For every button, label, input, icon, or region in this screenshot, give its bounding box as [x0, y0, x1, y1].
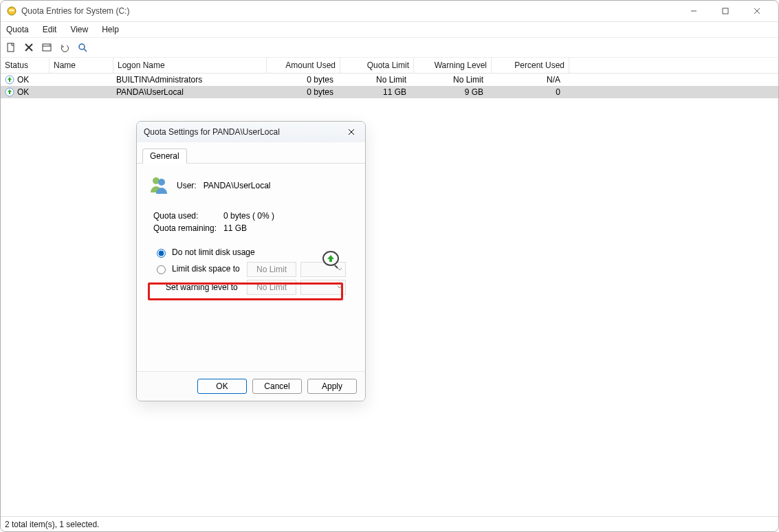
- user-label: User:: [177, 181, 197, 190]
- user-value: PANDA\UserLocal: [204, 181, 271, 190]
- undo-icon[interactable]: [58, 41, 71, 54]
- new-icon[interactable]: [5, 41, 17, 54]
- radio-no-limit-label: Do not limit disk usage: [172, 247, 255, 257]
- svg-point-12: [79, 44, 85, 49]
- cell-limit: No Limit: [338, 74, 410, 86]
- main-window: Quota Entries for System (C:) Quota Edit…: [0, 0, 779, 532]
- menu-help[interactable]: Help: [100, 23, 120, 36]
- dialog-tabs: General: [137, 142, 365, 164]
- minimize-button[interactable]: [678, 1, 710, 21]
- limit-value-combo[interactable]: No Limit: [247, 262, 296, 277]
- col-warn[interactable]: Warning Level: [414, 58, 492, 73]
- cell-logon: BUILTIN\Administrators: [112, 74, 265, 86]
- tab-general[interactable]: General: [142, 148, 187, 164]
- menu-quota[interactable]: Quota: [5, 23, 30, 36]
- app-icon: [6, 5, 17, 16]
- menu-edit[interactable]: Edit: [41, 23, 58, 36]
- cancel-button[interactable]: Cancel: [252, 379, 302, 394]
- svg-line-13: [84, 49, 87, 52]
- table-row[interactable]: OKBUILTIN\Administrators0 bytesNo LimitN…: [1, 74, 778, 86]
- properties-icon[interactable]: [41, 41, 53, 54]
- statusbar: 2 total item(s), 1 selected.: [1, 516, 778, 531]
- svg-point-1: [9, 10, 14, 12]
- quota-settings-dialog: Quota Settings for PANDA\UserLocal Gener…: [136, 121, 366, 401]
- warn-unit-combo[interactable]: [300, 280, 346, 295]
- toolbar: [1, 38, 778, 58]
- status-ok-icon: [5, 75, 14, 85]
- dialog-titlebar[interactable]: Quota Settings for PANDA\UserLocal: [137, 122, 365, 142]
- radio-limit[interactable]: [157, 265, 166, 274]
- main-area: Quota Settings for PANDA\UserLocal Gener…: [1, 98, 778, 516]
- apply-button[interactable]: Apply: [307, 379, 357, 394]
- menu-view[interactable]: View: [69, 23, 89, 36]
- menubar: Quota Edit View Help: [1, 22, 778, 38]
- find-icon[interactable]: [76, 41, 89, 54]
- users-icon: [148, 173, 170, 197]
- svg-rect-6: [8, 43, 14, 52]
- quota-remaining-value: 11 GB: [223, 223, 247, 233]
- status-text: OK: [17, 75, 29, 85]
- col-pct[interactable]: Percent Used: [492, 58, 569, 73]
- dialog-buttons: OK Cancel Apply: [137, 371, 365, 401]
- table-row[interactable]: OKPANDA\UserLocal0 bytes11 GB9 GB0: [1, 86, 778, 98]
- cell-amount: 0 bytes: [265, 74, 338, 86]
- cell-logon: PANDA\UserLocal: [112, 86, 265, 98]
- warn-value-combo[interactable]: No Limit: [247, 280, 296, 295]
- maximize-button[interactable]: [710, 1, 741, 21]
- radio-no-limit[interactable]: [157, 249, 166, 258]
- svg-point-11: [49, 45, 50, 45]
- quota-used-value: 0 bytes ( 0% ): [223, 211, 274, 221]
- radio-limit-label: Limit disk space to: [172, 264, 240, 274]
- col-name[interactable]: Name: [50, 58, 113, 73]
- rows-container: OKBUILTIN\Administrators0 bytesNo LimitN…: [1, 74, 778, 98]
- col-limit[interactable]: Quota Limit: [340, 58, 414, 73]
- status-text: OK: [17, 87, 29, 97]
- col-logon[interactable]: Logon Name: [113, 58, 267, 73]
- list-header: Status Name Logon Name Amount Used Quota…: [1, 58, 778, 74]
- cell-pct: 0: [487, 86, 564, 98]
- col-amount[interactable]: Amount Used: [267, 58, 340, 73]
- ok-button[interactable]: OK: [197, 379, 247, 394]
- close-button[interactable]: [741, 1, 773, 21]
- traffic-light-icon: [321, 250, 340, 271]
- cell-warn: No Limit: [410, 74, 487, 86]
- svg-rect-3: [723, 8, 728, 14]
- col-status[interactable]: Status: [1, 58, 50, 73]
- status-ok-icon: [5, 87, 14, 97]
- dialog-title: Quota Settings for PANDA\UserLocal: [144, 127, 280, 137]
- cell-name: [49, 86, 112, 98]
- dialog-body: User: PANDA\UserLocal Quota used: 0 byte…: [137, 164, 365, 371]
- delete-icon[interactable]: [23, 41, 35, 54]
- cell-amount: 0 bytes: [265, 86, 338, 98]
- dialog-close-icon[interactable]: [344, 125, 358, 139]
- quota-used-label: Quota used:: [153, 211, 223, 221]
- cell-warn: 9 GB: [410, 86, 487, 98]
- window-title: Quota Entries for System (C:): [21, 6, 129, 16]
- statusbar-text: 2 total item(s), 1 selected.: [5, 520, 99, 529]
- svg-point-19: [158, 179, 165, 186]
- cell-name: [49, 74, 112, 86]
- quota-remaining-label: Quota remaining:: [153, 223, 223, 233]
- warn-label: Set warning level to: [166, 282, 243, 292]
- cell-pct: N/A: [487, 74, 564, 86]
- cell-limit: 11 GB: [338, 86, 410, 98]
- titlebar[interactable]: Quota Entries for System (C:): [1, 1, 778, 22]
